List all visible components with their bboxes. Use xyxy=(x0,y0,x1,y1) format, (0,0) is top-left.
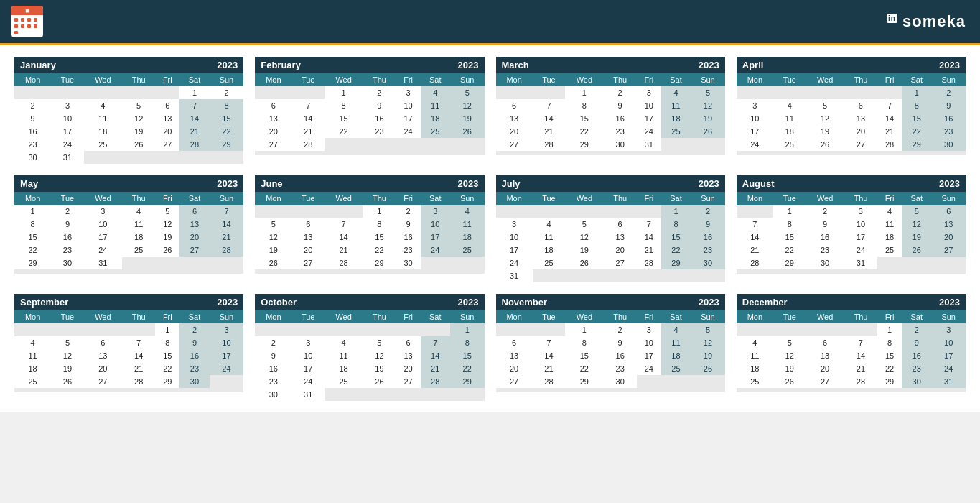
calendar-week-row: 12345 xyxy=(496,323,725,336)
calendar-day: 1 xyxy=(877,323,902,336)
calendar-day xyxy=(565,388,603,392)
day-header-sat: Sat xyxy=(179,310,209,323)
calendar-day xyxy=(396,151,421,155)
calendar-day: 4 xyxy=(533,218,565,231)
calendar-table: MonTueWedThuFriSatSun1234567891011121314… xyxy=(14,192,243,274)
calendar-day: 27 xyxy=(291,257,324,269)
calendar-day: 21 xyxy=(179,125,209,138)
calendar-day: 30 xyxy=(604,375,637,388)
calendar-day: 12 xyxy=(450,99,485,112)
calendar-day: 31 xyxy=(84,257,122,269)
calendar-day: 14 xyxy=(179,112,209,125)
month-header: November2023 xyxy=(496,294,725,310)
calendar-day xyxy=(325,205,363,218)
calendar-day xyxy=(773,86,806,99)
calendar-day: 30 xyxy=(931,138,966,151)
calendar-day: 23 xyxy=(255,375,291,388)
calendar-day: 2 xyxy=(210,86,244,99)
calendar-day xyxy=(179,388,209,392)
calendar-day: 8 xyxy=(155,336,179,349)
calendar-day: 2 xyxy=(902,323,931,336)
day-header-thu: Thu xyxy=(844,310,877,323)
calendar-day: 6 xyxy=(806,336,844,349)
calendar-day xyxy=(450,257,485,269)
calendar-day xyxy=(931,269,966,274)
calendar-week-row: 123 xyxy=(737,323,966,336)
calendar-day: 18 xyxy=(773,125,806,138)
calendar-day: 28 xyxy=(421,375,450,388)
calendar-day xyxy=(122,151,155,164)
calendar-week-row: 20212223242526 xyxy=(496,125,725,138)
month-year: 2023 xyxy=(458,297,479,308)
calendar-day xyxy=(396,269,421,274)
calendar-week-row: 45678910 xyxy=(737,336,966,349)
calendar-day: 16 xyxy=(902,349,931,362)
calendar-day: 17 xyxy=(931,349,966,362)
calendar-day: 3 xyxy=(844,205,877,218)
calendar-day: 30 xyxy=(51,257,83,269)
day-header-sun: Sun xyxy=(210,73,244,86)
calendar-day: 16 xyxy=(604,112,637,125)
day-header-sun: Sun xyxy=(931,310,966,323)
month-calendar-may: May2023MonTueWedThuFriSatSun123456789101… xyxy=(14,175,243,282)
month-calendar-july: July2023MonTueWedThuFriSatSun12345678910… xyxy=(496,175,725,282)
calendar-day: 2 xyxy=(931,86,966,99)
calendar-day: 23 xyxy=(806,244,844,257)
calendar-day: 26 xyxy=(773,375,806,388)
calendar-day: 23 xyxy=(902,362,931,375)
calendar-week-row: 12 xyxy=(496,205,725,218)
calendar-day: 3 xyxy=(51,99,83,112)
calendar-week-row: 28293031 xyxy=(737,257,966,269)
calendar-day: 19 xyxy=(155,231,179,244)
calendar-day: 5 xyxy=(51,336,83,349)
calendar-day: 6 xyxy=(155,99,179,112)
day-header-sat: Sat xyxy=(661,192,691,205)
calendar-day xyxy=(737,388,773,392)
calendar-day: 16 xyxy=(396,231,421,244)
calendar-day: 2 xyxy=(51,205,83,218)
calendar-day: 8 xyxy=(325,99,363,112)
header-left: ■ xyxy=(0,6,52,37)
calendar-day: 15 xyxy=(14,231,51,244)
calendar-day: 9 xyxy=(51,218,83,231)
calendar-day: 7 xyxy=(291,99,324,112)
calendar-day: 30 xyxy=(396,257,421,269)
calendar-day xyxy=(533,269,565,282)
calendar-day: 11 xyxy=(661,99,691,112)
calendar-day xyxy=(122,388,155,392)
day-header-sun: Sun xyxy=(931,73,966,86)
calendar-day xyxy=(291,205,324,218)
day-header-sun: Sun xyxy=(210,192,244,205)
calendar-week-row xyxy=(14,269,243,274)
calendar-day: 13 xyxy=(931,218,966,231)
calendar-day: 10 xyxy=(396,99,421,112)
calendar-day: 30 xyxy=(255,388,291,401)
calendar-day: 28 xyxy=(325,257,363,269)
calendar-day: 13 xyxy=(291,231,324,244)
calendar-day: 29 xyxy=(565,375,603,388)
calendar-day: 6 xyxy=(396,336,421,349)
calendar-day: 13 xyxy=(496,112,533,125)
calendar-day: 23 xyxy=(14,138,51,151)
calendar-day: 19 xyxy=(773,362,806,375)
calendar-day xyxy=(51,323,83,336)
calendar-day xyxy=(51,86,83,99)
calendar-day: 11 xyxy=(877,218,902,231)
calendar-day xyxy=(363,138,396,151)
calendar-day: 20 xyxy=(931,231,966,244)
calendar-day: 21 xyxy=(533,125,565,138)
calendar-day xyxy=(737,205,773,218)
calendar-week-row: 3456789 xyxy=(737,99,966,112)
calendar-week-row: 3456789 xyxy=(496,218,725,231)
calendar-day: 3 xyxy=(637,86,661,99)
calendar-week-row: 31 xyxy=(496,269,725,282)
calendar-day: 21 xyxy=(421,362,450,375)
calendar-day: 28 xyxy=(737,257,773,269)
calendar-day: 24 xyxy=(496,257,533,269)
month-calendar-june: June2023MonTueWedThuFriSatSun12345678910… xyxy=(255,175,484,282)
calendar-day: 1 xyxy=(565,323,603,336)
calendar-day: 25 xyxy=(533,257,565,269)
calendar-day: 25 xyxy=(122,244,155,257)
calendar-day: 16 xyxy=(931,112,966,125)
calendar-week-row: 23242526272829 xyxy=(14,138,243,151)
